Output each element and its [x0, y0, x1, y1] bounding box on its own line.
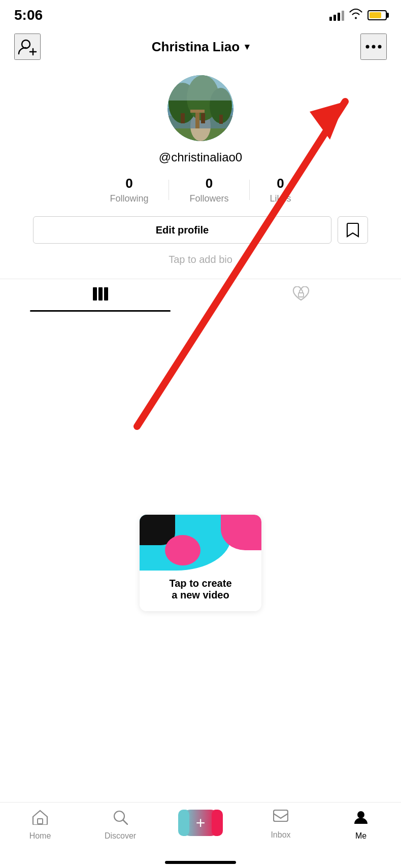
battery-icon — [367, 10, 387, 20]
svg-rect-14 — [201, 113, 205, 123]
svg-rect-13 — [181, 113, 185, 123]
profile-handle: @christinaliao0 — [159, 150, 242, 164]
signal-icon — [329, 10, 344, 21]
discover-label: Discover — [105, 831, 136, 841]
action-buttons: Edit profile — [33, 216, 369, 244]
inbox-icon — [273, 810, 288, 827]
bio-placeholder[interactable]: Tap to add bio — [169, 254, 232, 265]
followers-label: Followers — [189, 193, 228, 204]
plus-icon: + — [196, 815, 206, 831]
heart-liked-icon — [292, 286, 310, 305]
following-stat[interactable]: 0 Following — [89, 176, 169, 204]
following-count: 0 — [125, 176, 132, 191]
card-text: Tap to create a new video — [140, 578, 261, 601]
likes-label: Likes — [270, 193, 291, 204]
svg-rect-21 — [104, 287, 108, 301]
svg-rect-16 — [195, 111, 199, 128]
svg-rect-22 — [298, 293, 304, 297]
nav-home[interactable]: Home — [0, 810, 80, 841]
edit-profile-button[interactable]: Edit profile — [33, 216, 332, 244]
me-icon — [353, 810, 369, 828]
nav-create: + — [160, 810, 241, 836]
card-blob-pink2 — [165, 535, 201, 565]
me-label: Me — [355, 831, 366, 841]
inbox-label: Inbox — [271, 830, 290, 840]
svg-rect-20 — [98, 287, 103, 301]
svg-point-3 — [365, 45, 369, 49]
grid-icon — [92, 287, 109, 305]
svg-point-29 — [357, 811, 364, 818]
content-area — [0, 312, 401, 484]
svg-rect-19 — [93, 287, 97, 301]
stats-row: 0 Following 0 Followers 0 Likes — [14, 176, 387, 204]
tab-grid[interactable] — [0, 279, 201, 312]
home-indicator — [165, 861, 236, 864]
svg-point-26 — [114, 811, 124, 821]
username-header[interactable]: Christina Liao ▾ — [152, 39, 249, 55]
svg-rect-17 — [190, 110, 205, 113]
dropdown-arrow-icon: ▾ — [245, 41, 249, 52]
profile-section: @christinaliao0 0 Following 0 Followers … — [0, 65, 401, 274]
following-label: Following — [110, 193, 148, 204]
followers-count: 0 — [206, 176, 213, 191]
home-label: Home — [29, 831, 51, 841]
svg-rect-15 — [219, 115, 223, 124]
wifi-icon — [349, 8, 362, 22]
svg-line-27 — [123, 820, 127, 824]
create-video-section: Tap to create a new video — [0, 494, 401, 621]
discover-icon — [113, 810, 128, 828]
bookmark-button[interactable] — [338, 216, 368, 244]
svg-rect-25 — [38, 819, 43, 824]
create-button[interactable]: + — [183, 810, 218, 836]
status-icons — [329, 8, 387, 22]
status-bar: 5:06 — [0, 0, 401, 28]
nav-inbox[interactable]: Inbox — [241, 810, 321, 840]
header-username: Christina Liao — [152, 39, 240, 55]
likes-stat[interactable]: 0 Likes — [250, 176, 312, 204]
create-video-line1: Tap to create — [140, 578, 261, 589]
status-time: 5:06 — [14, 7, 43, 23]
more-options-button[interactable] — [360, 34, 387, 60]
tab-liked[interactable] — [201, 279, 401, 312]
bottom-nav: Home Discover + Inbox — [0, 802, 401, 868]
top-nav: Christina Liao ▾ — [0, 28, 401, 65]
svg-point-0 — [22, 40, 30, 48]
nav-me[interactable]: Me — [321, 810, 401, 841]
create-video-card[interactable]: Tap to create a new video — [140, 515, 261, 611]
create-video-line2: a new video — [140, 589, 261, 601]
home-icon — [32, 810, 48, 828]
tabs-section — [0, 279, 401, 312]
svg-point-5 — [378, 45, 381, 49]
followers-stat[interactable]: 0 Followers — [169, 176, 249, 204]
add-friend-button[interactable] — [14, 34, 41, 60]
avatar-image — [168, 75, 233, 141]
avatar[interactable] — [168, 75, 233, 141]
svg-rect-18 — [168, 75, 233, 101]
nav-discover[interactable]: Discover — [80, 810, 160, 841]
likes-count: 0 — [277, 176, 284, 191]
svg-point-4 — [372, 45, 375, 49]
